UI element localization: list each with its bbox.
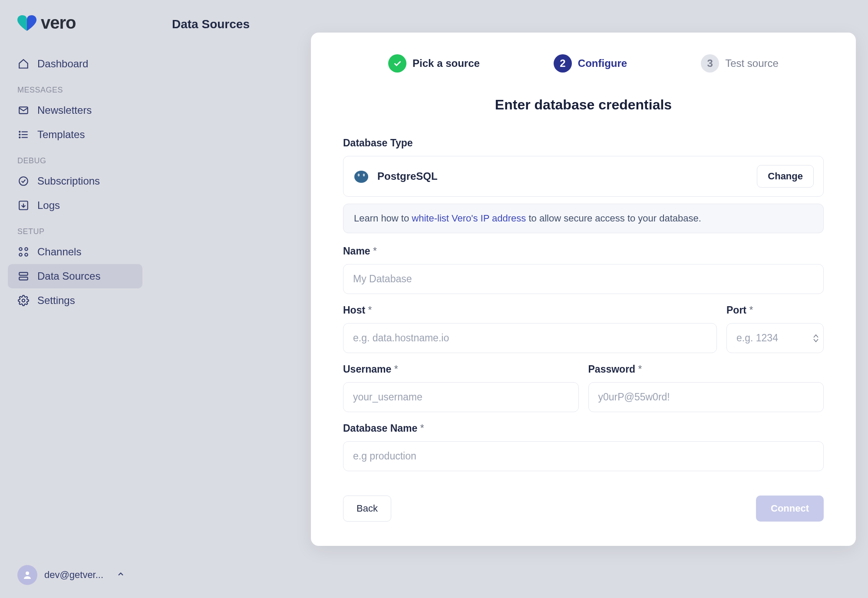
list-icon bbox=[17, 129, 30, 141]
username-input[interactable] bbox=[343, 382, 579, 412]
svg-point-6 bbox=[19, 137, 20, 138]
db-type-label: Database Type bbox=[343, 137, 824, 149]
sidebar-item-logs[interactable]: Logs bbox=[8, 193, 142, 218]
sidebar-item-label: Dashboard bbox=[37, 58, 88, 70]
main-content: Data Sources Add Data Source es by ted P… bbox=[150, 0, 868, 598]
step-label: Pick a source bbox=[413, 57, 480, 69]
sidebar: vero Dashboard MESSAGES Newsletters Temp… bbox=[0, 0, 150, 598]
svg-point-10 bbox=[25, 248, 28, 251]
section-setup: SETUP bbox=[8, 218, 142, 240]
dbname-input[interactable] bbox=[343, 441, 824, 471]
svg-point-7 bbox=[19, 177, 28, 185]
sidebar-item-label: Newsletters bbox=[37, 104, 92, 116]
whitelist-info-banner: Learn how to white-list Vero's IP addres… bbox=[343, 204, 824, 233]
svg-point-9 bbox=[19, 248, 22, 251]
svg-rect-14 bbox=[19, 277, 28, 280]
number-stepper-icon[interactable] bbox=[813, 334, 818, 342]
sidebar-item-settings[interactable]: Settings bbox=[8, 288, 142, 313]
name-label: Name * bbox=[343, 245, 824, 257]
database-icon bbox=[17, 270, 30, 282]
channels-icon bbox=[17, 246, 30, 258]
port-input[interactable] bbox=[726, 323, 824, 353]
check-icon bbox=[388, 54, 406, 73]
brand-logo: vero bbox=[17, 13, 142, 33]
page-title: Data Sources bbox=[172, 17, 846, 31]
step-pick-source: Pick a source bbox=[388, 54, 480, 73]
user-menu[interactable]: dev@getver... bbox=[8, 561, 142, 589]
svg-point-23 bbox=[363, 175, 364, 175]
password-label: Password * bbox=[588, 363, 824, 375]
sidebar-item-data-sources[interactable]: Data Sources bbox=[8, 264, 142, 288]
home-icon bbox=[17, 58, 30, 70]
section-debug: DEBUG bbox=[8, 147, 142, 169]
modal-title: Enter database credentials bbox=[343, 97, 824, 113]
configure-modal: Pick a source 2 Configure 3 Test source … bbox=[311, 33, 856, 546]
section-messages: MESSAGES bbox=[8, 76, 142, 98]
whitelist-link[interactable]: white-list Vero's IP address bbox=[412, 213, 526, 224]
postgresql-icon bbox=[353, 168, 370, 185]
db-type-name: PostgreSQL bbox=[377, 170, 749, 182]
brand-name: vero bbox=[41, 13, 76, 33]
connect-button[interactable]: Connect bbox=[756, 496, 824, 522]
heart-icon bbox=[17, 15, 36, 31]
check-circle-icon bbox=[17, 175, 30, 187]
step-label: Configure bbox=[578, 57, 627, 69]
arrow-square-icon bbox=[17, 199, 30, 211]
svg-point-11 bbox=[19, 253, 22, 256]
svg-point-16 bbox=[26, 572, 29, 575]
stepper: Pick a source 2 Configure 3 Test source bbox=[343, 54, 824, 73]
chevron-up-icon bbox=[116, 570, 125, 580]
sidebar-item-channels[interactable]: Channels bbox=[8, 240, 142, 264]
back-button[interactable]: Back bbox=[343, 496, 391, 522]
password-input[interactable] bbox=[588, 382, 824, 412]
avatar bbox=[17, 565, 37, 585]
svg-point-15 bbox=[22, 299, 25, 302]
host-input[interactable] bbox=[343, 323, 717, 353]
info-post: to allow secure access to your database. bbox=[526, 213, 701, 224]
svg-point-12 bbox=[25, 253, 28, 256]
step-number: 3 bbox=[701, 54, 719, 73]
user-email: dev@getver... bbox=[44, 569, 109, 581]
sidebar-item-label: Settings bbox=[37, 294, 75, 307]
mail-icon bbox=[17, 104, 30, 116]
sidebar-item-dashboard[interactable]: Dashboard bbox=[8, 52, 142, 76]
svg-rect-13 bbox=[19, 272, 28, 275]
dbname-label: Database Name * bbox=[343, 423, 824, 434]
sidebar-item-label: Subscriptions bbox=[37, 175, 100, 187]
change-db-type-button[interactable]: Change bbox=[757, 165, 814, 188]
gear-icon bbox=[17, 294, 30, 307]
svg-point-5 bbox=[19, 134, 20, 135]
host-label: Host * bbox=[343, 304, 717, 316]
sidebar-item-label: Logs bbox=[37, 199, 60, 211]
db-type-row: PostgreSQL Change bbox=[343, 156, 824, 197]
sidebar-item-templates[interactable]: Templates bbox=[8, 122, 142, 147]
step-configure: 2 Configure bbox=[554, 54, 627, 73]
step-label: Test source bbox=[725, 57, 779, 69]
sidebar-item-label: Channels bbox=[37, 246, 81, 258]
port-label: Port * bbox=[726, 304, 824, 316]
info-pre: Learn how to bbox=[354, 213, 412, 224]
svg-point-4 bbox=[19, 131, 20, 132]
svg-point-19 bbox=[354, 171, 368, 183]
sidebar-item-label: Templates bbox=[37, 129, 85, 141]
name-input[interactable] bbox=[343, 264, 824, 294]
step-number: 2 bbox=[554, 54, 572, 73]
username-label: Username * bbox=[343, 363, 579, 375]
sidebar-item-label: Data Sources bbox=[37, 270, 100, 282]
svg-point-22 bbox=[358, 175, 359, 175]
sidebar-item-subscriptions[interactable]: Subscriptions bbox=[8, 169, 142, 193]
sidebar-item-newsletters[interactable]: Newsletters bbox=[8, 98, 142, 122]
step-test-source: 3 Test source bbox=[701, 54, 779, 73]
